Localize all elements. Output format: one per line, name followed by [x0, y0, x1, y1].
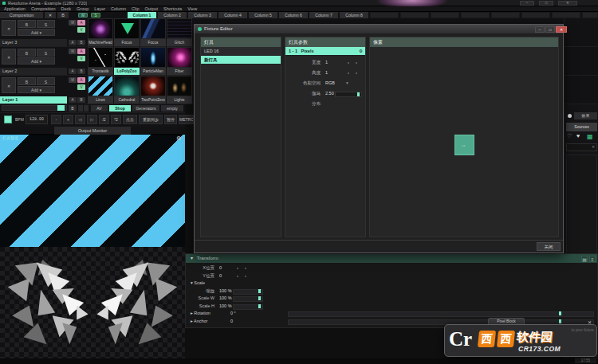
fixture-editor-close-button[interactable]: 关闭 [537, 242, 561, 251]
menu-application[interactable]: Application [4, 6, 26, 11]
composition-bypass-button[interactable]: ✕ [45, 12, 56, 18]
deck-tab-av[interactable]: AV [91, 105, 108, 112]
bpm-minus-button[interactable]: - [51, 115, 61, 124]
fixture-item-new[interactable]: 新灯具 [201, 56, 281, 65]
crossfader-a-button[interactable]: A [69, 68, 77, 74]
scale-w-value[interactable]: 100 % [219, 295, 232, 303]
column-tab-5[interactable]: Column 5 [249, 12, 277, 18]
composition-b-button[interactable]: B [57, 12, 69, 18]
anchor-group-header[interactable]: ▸ Anchor [191, 318, 207, 326]
column-tab-2[interactable]: Column 2 [158, 12, 187, 18]
clip-name[interactable]: Focus [114, 39, 140, 46]
layer-video-chip[interactable]: V [77, 27, 85, 33]
stepper-up[interactable] [356, 72, 357, 74]
pause-button[interactable]: 暂停 [164, 115, 177, 124]
crossfader-b-button[interactable]: B [77, 40, 85, 45]
deck-tab-shop[interactable]: Shop [109, 105, 131, 112]
dialog-maximize-button[interactable]: □ [545, 26, 555, 33]
watermark-close-icon[interactable]: ✕ [588, 319, 592, 325]
clip-thumbnail[interactable] [140, 47, 166, 68]
layer-2-name[interactable]: Layer 2 [0, 68, 67, 75]
clip-thumbnail[interactable] [114, 18, 140, 39]
scale-w-slider-handle[interactable] [258, 296, 261, 300]
menu-clip[interactable]: Clip [132, 6, 139, 11]
y-position-value[interactable]: 0 [219, 272, 222, 280]
heart-outline-icon[interactable]: ♡ [567, 133, 572, 139]
clip-name[interactable]: Focus [140, 39, 166, 46]
colorspace-dropdown[interactable]: RGB [325, 78, 335, 88]
clip-name[interactable]: Cathedral [114, 96, 140, 104]
rotation-slider[interactable] [288, 311, 594, 317]
menu-column[interactable]: Column [111, 6, 126, 11]
x-position-value[interactable]: 0 [219, 264, 222, 272]
menu-shortcuts[interactable]: Shortcuts [163, 6, 182, 11]
clip-thumbnail[interactable] [167, 18, 192, 39]
menu-output[interactable]: Output [145, 6, 159, 11]
bpm-sync-toggle[interactable] [4, 115, 12, 123]
layer-mask-chip[interactable]: M [69, 49, 77, 54]
column-tab-8[interactable]: Column 8 [340, 12, 368, 18]
layer-add-dropdown[interactable]: Add ▾ [18, 29, 55, 36]
scale-slider-handle[interactable] [258, 289, 261, 293]
fixture-slot-row[interactable]: 1 - 1 Pixels ⚙ [285, 47, 365, 56]
layer-add-dropdown[interactable]: Add ▾ [18, 57, 55, 65]
layer-clear-button[interactable]: ✕ [2, 49, 16, 65]
bpm-double-button[interactable]: *2 [111, 115, 121, 124]
stepper-down[interactable] [348, 72, 349, 74]
layer-video-chip[interactable]: V [77, 84, 85, 90]
grid-view-icon[interactable]: ▦ [587, 133, 593, 140]
fixture-preview-square[interactable]: 1 [454, 135, 474, 155]
bpm-half-button[interactable]: /2 [99, 115, 109, 124]
rotation-value[interactable]: 0 ° [230, 310, 236, 318]
clip-name[interactable]: Lines [88, 96, 113, 104]
crossfader-a-button[interactable]: A [69, 40, 77, 45]
clip-thumbnail[interactable] [114, 76, 140, 96]
minimize-button[interactable]: – [520, 1, 534, 6]
layer-audio-chip[interactable]: A [77, 49, 85, 54]
record-dot-icon[interactable] [568, 114, 572, 118]
clip-name[interactable]: MachineHead [88, 39, 113, 46]
clip-thumbnail[interactable] [140, 76, 166, 96]
clip-thumbnail[interactable] [140, 18, 166, 39]
layer-solo-button[interactable]: S [37, 77, 55, 85]
clip-name[interactable]: ParticleMan [140, 68, 166, 75]
clip-thumbnail[interactable] [167, 47, 192, 68]
transform-header[interactable]: ▾ Transform [186, 254, 597, 263]
menu-layer[interactable]: Layer [94, 6, 105, 11]
stepper-up[interactable] [245, 268, 246, 269]
output-monitor-tab[interactable]: Output Monitor [54, 127, 131, 135]
layer-audio-chip[interactable]: A [77, 20, 85, 25]
layer-1-name[interactable]: Layer 1 [0, 96, 67, 104]
resync-button[interactable]: 重新同步 [139, 115, 163, 124]
stepper-up[interactable] [245, 276, 246, 277]
crossfader-a-button[interactable]: A [69, 97, 77, 103]
scale-value[interactable]: 100 % [219, 288, 232, 296]
gear-icon[interactable]: ⚙ [176, 135, 181, 142]
crossfader-mode-button[interactable] [84, 105, 89, 112]
layer-video-chip[interactable]: V [77, 56, 85, 61]
stepper-down[interactable] [348, 62, 349, 64]
menu-composition[interactable]: Composition [31, 6, 56, 11]
layer-solo-button[interactable]: S [37, 49, 55, 57]
layer-bypass-button[interactable]: B [18, 20, 36, 28]
layer-audio-chip[interactable]: A [77, 77, 85, 83]
clip-name[interactable]: Lights [167, 96, 192, 104]
anchor-slider-handle[interactable] [559, 319, 561, 323]
column-tab-3[interactable]: Column 3 [188, 12, 217, 18]
crossfader-b-assign[interactable]: B [69, 105, 77, 112]
panel-list-icon[interactable]: ≡ [589, 256, 596, 262]
maximize-button[interactable]: □ [539, 1, 553, 6]
layer-3-name[interactable]: Layer 3 [0, 39, 67, 46]
clip-name[interactable]: TwoPointZero [140, 96, 166, 104]
fixture-item-led16[interactable]: LED 16 [201, 47, 281, 56]
collapse-arrow-icon[interactable]: ▾ [191, 256, 193, 260]
column-tab-7[interactable]: Column 7 [309, 12, 338, 18]
column-tab-6[interactable]: Column 6 [279, 12, 308, 18]
layer-bypass-button[interactable]: B [18, 49, 36, 57]
layer-mask-chip[interactable]: M [69, 20, 77, 25]
composition-cell[interactable]: Composition [0, 12, 43, 18]
clip-name[interactable]: Trontastik [88, 68, 113, 75]
gamma-slider[interactable] [335, 92, 362, 97]
width-value[interactable]: 1 [325, 57, 328, 68]
menu-view[interactable]: View [187, 6, 197, 11]
